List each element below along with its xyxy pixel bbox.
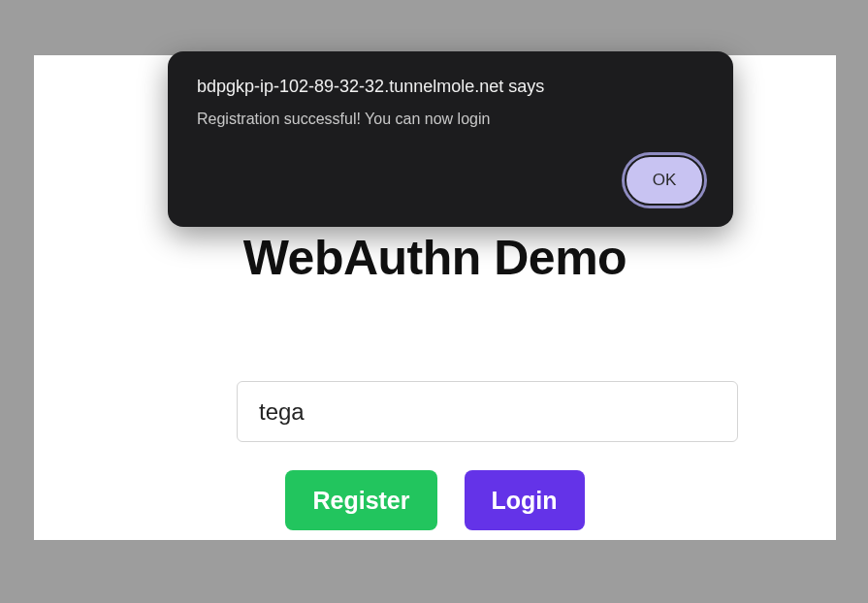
button-row: Register Login: [34, 470, 836, 530]
alert-origin-text: bdpgkp-ip-102-89-32-32.tunnelmole.net sa…: [197, 77, 704, 97]
username-input[interactable]: [237, 381, 738, 442]
page-title: WebAuthn Demo: [34, 230, 836, 286]
register-button[interactable]: Register: [285, 470, 436, 530]
alert-dialog: bdpgkp-ip-102-89-32-32.tunnelmole.net sa…: [168, 51, 733, 227]
alert-ok-button[interactable]: OK: [625, 155, 704, 206]
alert-actions: OK: [197, 155, 704, 206]
login-button[interactable]: Login: [465, 470, 585, 530]
alert-message-text: Registration successful! You can now log…: [197, 111, 704, 128]
